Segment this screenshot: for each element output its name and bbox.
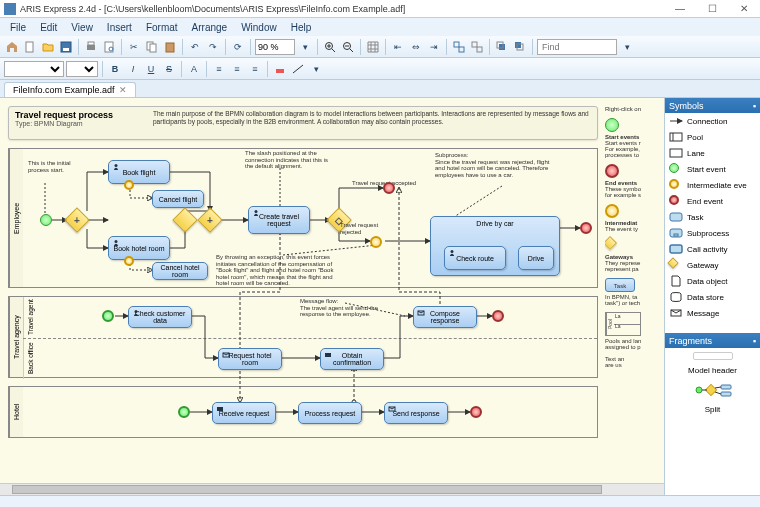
symbol-data-store[interactable]: Data store: [665, 289, 760, 305]
diagram-type: Type: BPMN Diagram: [15, 120, 145, 127]
strike-button[interactable]: S: [161, 61, 177, 77]
task-check-customer[interactable]: Check customer data: [128, 306, 192, 328]
ungroup-button[interactable]: [469, 39, 485, 55]
fragments-panel-header[interactable]: Fragments ▪: [665, 333, 760, 348]
fragment-split-preview[interactable]: [693, 381, 733, 399]
line-weight-button[interactable]: ▾: [308, 61, 324, 77]
end-event-accepted[interactable]: [383, 182, 395, 194]
scrollbar-thumb[interactable]: [12, 485, 602, 494]
horizontal-scrollbar[interactable]: [0, 483, 664, 495]
symbol-subprocess[interactable]: Subprocess: [665, 225, 760, 241]
boundary-compensation-hotel[interactable]: [124, 256, 134, 266]
symbol-task[interactable]: Task: [665, 209, 760, 225]
task-compose-response[interactable]: Compose response: [413, 306, 477, 328]
task-drive[interactable]: Drive: [518, 246, 554, 270]
zoom-out-button[interactable]: [340, 39, 356, 55]
zoom-dropdown[interactable]: ▾: [297, 39, 313, 55]
menu-help[interactable]: Help: [285, 20, 318, 35]
open-button[interactable]: [40, 39, 56, 55]
font-family-select[interactable]: [4, 61, 64, 77]
cut-button[interactable]: ✂: [126, 39, 142, 55]
zoom-input[interactable]: [255, 39, 295, 55]
menu-arrange[interactable]: Arrange: [186, 20, 234, 35]
canvas[interactable]: Travel request process Type: BPMN Diagra…: [0, 98, 664, 495]
home-button[interactable]: [4, 39, 20, 55]
task-book-flight[interactable]: Book flight: [108, 160, 170, 184]
align-center-button[interactable]: ⇔: [408, 39, 424, 55]
group-button[interactable]: [451, 39, 467, 55]
symbol-call-activity[interactable]: Call activity: [665, 241, 760, 257]
task-create-request[interactable]: Create travel request: [248, 206, 310, 234]
copy-button[interactable]: [144, 39, 160, 55]
grid-button[interactable]: [365, 39, 381, 55]
symbol-connection[interactable]: Connection: [665, 113, 760, 129]
zoom-in-button[interactable]: [322, 39, 338, 55]
maximize-button[interactable]: ☐: [700, 2, 724, 16]
task-cancel-hotel[interactable]: Cancel hotel room: [152, 262, 208, 280]
save-button[interactable]: [58, 39, 74, 55]
task-process-request[interactable]: Process request: [298, 402, 362, 424]
menu-format[interactable]: Format: [140, 20, 184, 35]
font-size-select[interactable]: [66, 61, 98, 77]
task-check-route[interactable]: Check route: [444, 246, 506, 270]
symbols-panel-header[interactable]: Symbols ▪: [665, 98, 760, 113]
symbol-gateway[interactable]: Gateway: [665, 257, 760, 273]
minimize-button[interactable]: —: [668, 2, 692, 16]
bring-front-button[interactable]: [494, 39, 510, 55]
tab-close-icon[interactable]: ✕: [119, 85, 127, 95]
end-event-agency[interactable]: [492, 310, 504, 322]
message-start-event-agency[interactable]: [102, 310, 114, 322]
menu-view[interactable]: View: [65, 20, 99, 35]
fill-color-button[interactable]: [272, 61, 288, 77]
symbol-pool[interactable]: Pool: [665, 129, 760, 145]
end-event-hotel[interactable]: [470, 406, 482, 418]
symbol-lane[interactable]: Lane: [665, 145, 760, 161]
print-preview-button[interactable]: [101, 39, 117, 55]
end-event-employee[interactable]: [580, 222, 592, 234]
find-button[interactable]: ▾: [619, 39, 635, 55]
menu-file[interactable]: File: [4, 20, 32, 35]
task-obtain-confirm[interactable]: Obtain confirmation: [320, 348, 384, 370]
symbol-start-event[interactable]: Start event: [665, 161, 760, 177]
svg-line-15: [350, 49, 353, 52]
font-color-button[interactable]: A: [186, 61, 202, 77]
find-input[interactable]: [537, 39, 617, 55]
task-receive-request[interactable]: Receive request: [212, 402, 276, 424]
menu-edit[interactable]: Edit: [34, 20, 63, 35]
message-start-event-hotel[interactable]: [178, 406, 190, 418]
intermediate-throw-compensation[interactable]: [370, 236, 382, 248]
refresh-button[interactable]: ⟳: [230, 39, 246, 55]
symbols-panel-close-icon[interactable]: ▪: [753, 101, 756, 111]
new-button[interactable]: [22, 39, 38, 55]
line-color-button[interactable]: [290, 61, 306, 77]
text-align-center-button[interactable]: ≡: [229, 61, 245, 77]
text-align-left-button[interactable]: ≡: [211, 61, 227, 77]
text-align-right-button[interactable]: ≡: [247, 61, 263, 77]
underline-button[interactable]: U: [143, 61, 159, 77]
align-right-button[interactable]: ⇥: [426, 39, 442, 55]
bold-button[interactable]: B: [107, 61, 123, 77]
symbol-end-event[interactable]: End event: [665, 193, 760, 209]
document-tab[interactable]: FileInfo.com Example.adf ✕: [4, 82, 136, 97]
symbol-data-object[interactable]: Data object: [665, 273, 760, 289]
fragments-panel-close-icon[interactable]: ▪: [753, 336, 756, 346]
print-button[interactable]: [83, 39, 99, 55]
italic-button[interactable]: I: [125, 61, 141, 77]
paste-button[interactable]: [162, 39, 178, 55]
close-button[interactable]: ✕: [732, 2, 756, 16]
task-cancel-flight[interactable]: Cancel flight: [152, 190, 204, 208]
task-book-hotel[interactable]: Book hotel room: [108, 236, 170, 260]
symbol-intermediate-event[interactable]: Intermediate eve: [665, 177, 760, 193]
symbol-message[interactable]: Message: [665, 305, 760, 321]
fragment-model-header-preview[interactable]: [693, 352, 733, 360]
start-event-employee[interactable]: [40, 214, 52, 226]
task-request-hotel[interactable]: Request hotel room: [218, 348, 282, 370]
menu-window[interactable]: Window: [235, 20, 283, 35]
task-send-response[interactable]: Send response: [384, 402, 448, 424]
redo-button[interactable]: ↷: [205, 39, 221, 55]
align-left-button[interactable]: ⇤: [390, 39, 406, 55]
send-back-button[interactable]: [512, 39, 528, 55]
menu-insert[interactable]: Insert: [101, 20, 138, 35]
boundary-compensation-flight[interactable]: [124, 180, 134, 190]
undo-button[interactable]: ↶: [187, 39, 203, 55]
